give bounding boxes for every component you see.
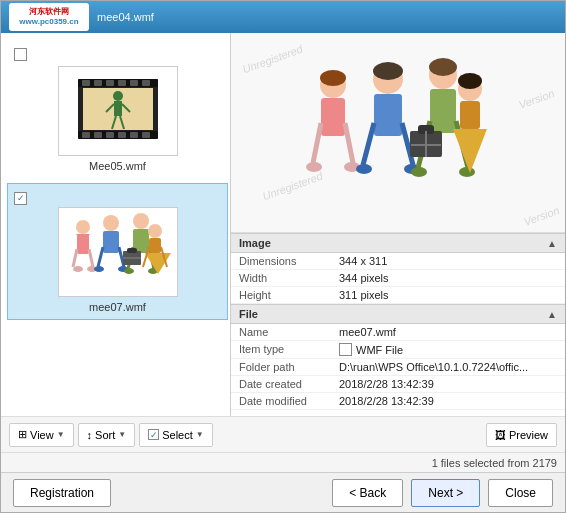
- file-checkbox-mee05[interactable]: [14, 48, 27, 64]
- folder-path-label: Folder path: [239, 361, 339, 373]
- svg-rect-3: [82, 80, 90, 86]
- svg-rect-9: [82, 132, 90, 138]
- next-button[interactable]: Next >: [411, 479, 480, 507]
- date-modified-value: 2018/2/28 13:42:39: [339, 395, 557, 407]
- file-checkbox-mee07[interactable]: [14, 190, 27, 205]
- title-bar: 河东软件网www.pc0359.cn mee04.wmf: [1, 1, 565, 33]
- back-button[interactable]: < Back: [332, 479, 403, 507]
- checkbox-unchecked-mee05[interactable]: [14, 48, 27, 61]
- sort-dropdown-arrow: ▼: [118, 430, 126, 439]
- svg-rect-13: [130, 132, 138, 138]
- svg-point-28: [94, 266, 104, 272]
- close-button[interactable]: Close: [488, 479, 553, 507]
- width-label: Width: [239, 272, 339, 284]
- item-type-text: WMF File: [356, 344, 403, 356]
- svg-point-22: [76, 220, 90, 234]
- svg-rect-8: [142, 80, 150, 86]
- file-item-mee07[interactable]: mee07.wmf: [7, 183, 228, 320]
- preview-info: Image ▲ Dimensions 344 x 311 Width 344 p…: [231, 233, 565, 416]
- file-section-chevron[interactable]: ▲: [547, 309, 557, 320]
- back-label: < Back: [349, 486, 386, 500]
- svg-rect-40: [321, 98, 345, 136]
- svg-point-30: [133, 213, 149, 229]
- view-label: View: [30, 429, 54, 441]
- file-section-header[interactable]: File ▲: [231, 304, 565, 324]
- item-type-row: Item type WMF File: [231, 341, 565, 359]
- svg-rect-10: [94, 132, 102, 138]
- view-icon: ⊞: [18, 428, 27, 441]
- svg-rect-27: [103, 231, 119, 253]
- svg-rect-5: [106, 80, 114, 86]
- svg-rect-6: [118, 80, 126, 86]
- sort-label: Sort: [95, 429, 115, 441]
- preview-icon: 🖼: [495, 429, 506, 441]
- folder-path-row: Folder path D:\ruan\WPS Office\10.1.0.72…: [231, 359, 565, 376]
- folder-path-value: D:\ruan\WPS Office\10.1.0.7224\offic...: [339, 361, 557, 373]
- image-section-chevron[interactable]: ▲: [547, 238, 557, 249]
- svg-point-16: [113, 91, 123, 101]
- file-section-label: File: [239, 308, 258, 320]
- svg-point-46: [356, 164, 372, 174]
- watermark-1: Unregistered: [241, 43, 304, 76]
- registration-label: Registration: [30, 486, 94, 500]
- sort-icon: ↕: [87, 429, 93, 441]
- file-name-value: mee07.wmf: [339, 326, 557, 338]
- height-value: 311 pixels: [339, 289, 557, 301]
- date-created-row: Date created 2018/2/28 13:42:39: [231, 376, 565, 393]
- main-content: Mee05.wmf: [1, 33, 565, 416]
- svg-point-51: [411, 167, 427, 177]
- height-label: Height: [239, 289, 339, 301]
- svg-rect-50: [430, 89, 456, 133]
- svg-rect-37: [127, 248, 137, 253]
- svg-rect-4: [94, 80, 102, 86]
- dimensions-value: 344 x 311: [339, 255, 557, 267]
- date-modified-label: Date modified: [239, 395, 339, 407]
- svg-rect-11: [106, 132, 114, 138]
- view-button[interactable]: ⊞ View ▼: [9, 423, 74, 447]
- svg-point-32: [124, 268, 134, 274]
- svg-point-53: [429, 58, 457, 76]
- logo: 河东软件网www.pc0359.cn: [9, 3, 89, 31]
- bottom-bar: Registration < Back Next > Close: [1, 472, 565, 512]
- svg-point-41: [306, 162, 322, 172]
- dimensions-label: Dimensions: [239, 255, 339, 267]
- svg-point-48: [373, 62, 403, 80]
- image-section-label: Image: [239, 237, 271, 249]
- svg-rect-14: [142, 132, 150, 138]
- status-text: 1 files selected from 2179: [432, 457, 557, 469]
- svg-point-52: [459, 167, 475, 177]
- svg-rect-17: [114, 101, 122, 116]
- file-name-mee07: mee07.wmf: [89, 301, 146, 313]
- file-info-section: File ▲ Name mee07.wmf Item type WMF File: [231, 304, 565, 410]
- file-item-mee05[interactable]: Mee05.wmf: [7, 41, 228, 179]
- file-list-panel: Mee05.wmf: [1, 33, 231, 416]
- registration-button[interactable]: Registration: [13, 479, 111, 507]
- svg-rect-12: [118, 132, 126, 138]
- preview-panel: Unregistered Version Unregistered Versio…: [231, 33, 565, 416]
- image-info-section: Image ▲ Dimensions 344 x 311 Width 344 p…: [231, 233, 565, 304]
- item-type-label: Item type: [239, 343, 339, 356]
- height-row: Height 311 pixels: [231, 287, 565, 304]
- file-list-scroll[interactable]: Mee05.wmf: [1, 33, 230, 416]
- svg-rect-45: [374, 94, 402, 136]
- svg-point-26: [103, 215, 119, 231]
- image-section-header[interactable]: Image ▲: [231, 233, 565, 253]
- svg-rect-23: [77, 234, 89, 254]
- select-checkbox-icon: [148, 429, 159, 440]
- status-bar: 1 files selected from 2179: [1, 452, 565, 472]
- thumbnail-mee05: [58, 66, 178, 156]
- svg-point-43: [320, 70, 346, 86]
- preview-label: Preview: [509, 429, 548, 441]
- sort-button[interactable]: ↕ Sort ▼: [78, 423, 136, 447]
- date-modified-row: Date modified 2018/2/28 13:42:39: [231, 393, 565, 410]
- preview-button[interactable]: 🖼 Preview: [486, 423, 557, 447]
- select-button[interactable]: Select ▼: [139, 423, 213, 447]
- svg-point-34: [148, 224, 162, 238]
- view-dropdown-arrow: ▼: [57, 430, 65, 439]
- select-dropdown-arrow: ▼: [196, 430, 204, 439]
- preview-image-area: Unregistered Version Unregistered Versio…: [231, 33, 565, 233]
- svg-point-56: [458, 73, 482, 89]
- svg-point-24: [73, 266, 83, 272]
- checkbox-checked-mee07[interactable]: [14, 192, 27, 205]
- item-type-checkbox[interactable]: [339, 343, 352, 356]
